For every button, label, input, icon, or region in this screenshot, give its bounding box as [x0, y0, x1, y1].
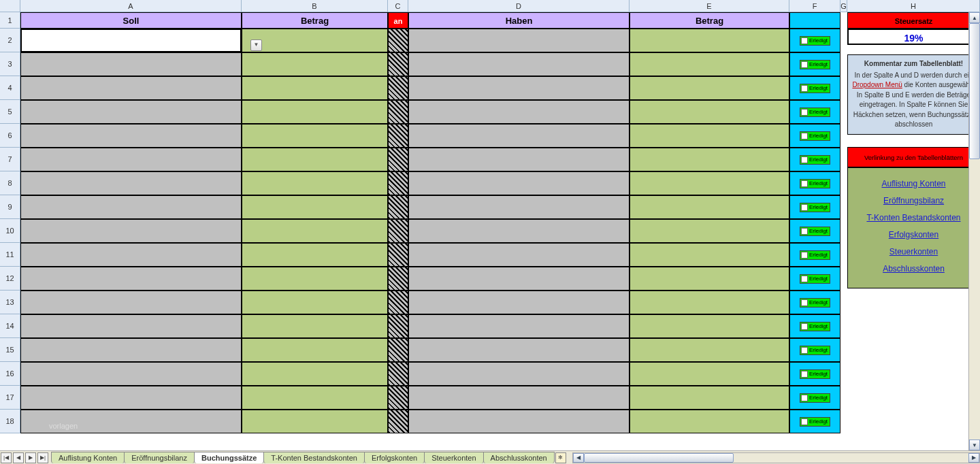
cell-soll[interactable]: [20, 219, 242, 243]
row-head[interactable]: 17: [0, 386, 20, 410]
cell-soll[interactable]: [20, 291, 242, 314]
checkbox-icon[interactable]: [801, 85, 808, 92]
sheet-tab[interactable]: Buchungssätze: [194, 452, 264, 463]
row-head[interactable]: 13: [0, 291, 20, 314]
cell-betrag-haben[interactable]: [630, 338, 789, 362]
cell-haben[interactable]: [408, 29, 630, 52]
cell-betrag-haben[interactable]: [630, 100, 789, 124]
cell-soll[interactable]: [20, 124, 242, 148]
link-steuerkonten[interactable]: Steuerkonten: [848, 247, 979, 256]
scroll-thumb-h[interactable]: [584, 453, 734, 463]
erledigt-checkbox[interactable]: Erledigt: [800, 298, 830, 308]
link-t-konten-bestandskonten[interactable]: T-Konten Bestandskonten: [848, 213, 979, 222]
vertical-scrollbar[interactable]: ▲ ▼: [968, 12, 980, 450]
cell-haben[interactable]: [408, 148, 630, 171]
cell-betrag-soll[interactable]: [242, 338, 388, 362]
cell-soll[interactable]: [20, 29, 242, 52]
row-head[interactable]: 12: [0, 267, 20, 291]
cell-betrag-soll[interactable]: [242, 243, 388, 267]
cell-soll[interactable]: [20, 171, 242, 195]
cell-betrag-haben[interactable]: [630, 410, 789, 433]
tab-new-icon[interactable]: ✻: [555, 452, 566, 463]
checkbox-icon[interactable]: [801, 299, 808, 306]
checkbox-icon[interactable]: [801, 418, 808, 425]
erledigt-checkbox[interactable]: Erledigt: [800, 227, 830, 236]
col-head-E[interactable]: E: [630, 0, 789, 12]
scroll-left-icon[interactable]: ◀: [573, 453, 584, 463]
row-head[interactable]: 15: [0, 338, 20, 362]
cell-betrag-soll[interactable]: [242, 386, 388, 410]
tab-next-icon[interactable]: ▶: [25, 452, 36, 463]
cell-betrag-haben[interactable]: [630, 76, 789, 100]
cell-haben[interactable]: [408, 52, 630, 76]
cell-haben[interactable]: [408, 314, 630, 338]
erledigt-checkbox[interactable]: Erledigt: [800, 84, 830, 93]
checkbox-icon[interactable]: [801, 61, 808, 68]
cell-betrag-soll[interactable]: [242, 267, 388, 291]
comment-dropdown-link[interactable]: Dropdown Menü: [852, 81, 902, 88]
checkbox-icon[interactable]: [801, 347, 808, 354]
cell-soll[interactable]: [20, 386, 242, 410]
cell-betrag-soll[interactable]: [242, 291, 388, 314]
erledigt-checkbox[interactable]: Erledigt: [800, 107, 830, 117]
cell-haben[interactable]: [408, 291, 630, 314]
cell-betrag-haben[interactable]: [630, 52, 789, 76]
cell-soll[interactable]: [20, 195, 242, 219]
cell-soll[interactable]: [20, 314, 242, 338]
select-all-corner[interactable]: [0, 0, 20, 12]
cell-haben[interactable]: [408, 76, 630, 100]
cell-haben[interactable]: [408, 124, 630, 148]
tab-prev-icon[interactable]: ◀: [13, 452, 24, 463]
checkbox-icon[interactable]: [801, 156, 808, 163]
col-head-F[interactable]: F: [789, 0, 840, 12]
cell-betrag-soll[interactable]: [242, 100, 388, 124]
erledigt-checkbox[interactable]: Erledigt: [800, 36, 830, 46]
row-head[interactable]: 8: [0, 171, 20, 195]
cell-soll[interactable]: [20, 410, 242, 433]
cell-haben[interactable]: [408, 386, 630, 410]
cell-betrag-haben[interactable]: [630, 219, 789, 243]
checkbox-icon[interactable]: [801, 37, 808, 44]
row-head[interactable]: 5: [0, 100, 20, 124]
row-head[interactable]: 2: [0, 29, 20, 52]
col-head-B[interactable]: B: [242, 0, 388, 12]
checkbox-icon[interactable]: [801, 371, 808, 378]
row-head[interactable]: 14: [0, 314, 20, 338]
tab-last-icon[interactable]: ▶|: [37, 452, 48, 463]
steuersatz-value[interactable]: 19%: [847, 29, 980, 45]
cell-haben[interactable]: [408, 362, 630, 386]
cell-betrag-haben[interactable]: [630, 124, 789, 148]
erledigt-checkbox[interactable]: Erledigt: [800, 203, 830, 212]
checkbox-icon[interactable]: [801, 395, 808, 401]
link-erfolgskonten[interactable]: Erfolgskonten: [848, 230, 979, 239]
col-head-A[interactable]: A: [20, 0, 242, 12]
cell-soll[interactable]: [20, 148, 242, 171]
row-head[interactable]: 18: [0, 410, 20, 433]
checkbox-icon[interactable]: [801, 204, 808, 211]
row-head[interactable]: 3: [0, 52, 20, 76]
cell-betrag-haben[interactable]: [630, 195, 789, 219]
cell-betrag-soll[interactable]: [242, 362, 388, 386]
row-head[interactable]: 10: [0, 219, 20, 243]
cell-betrag-haben[interactable]: [630, 29, 789, 52]
cell-haben[interactable]: [408, 267, 630, 291]
row-head[interactable]: 16: [0, 362, 20, 386]
cell-betrag-soll[interactable]: [242, 195, 388, 219]
cell-betrag-soll[interactable]: [242, 314, 388, 338]
erledigt-checkbox[interactable]: Erledigt: [800, 179, 830, 188]
cell-betrag-soll[interactable]: [242, 52, 388, 76]
row-head[interactable]: 9: [0, 195, 20, 219]
cell-betrag-haben[interactable]: [630, 171, 789, 195]
erledigt-checkbox[interactable]: Erledigt: [800, 417, 830, 427]
cell-betrag-haben[interactable]: [630, 291, 789, 314]
cell-betrag-soll[interactable]: [242, 124, 388, 148]
cell-haben[interactable]: [408, 171, 630, 195]
erledigt-checkbox[interactable]: Erledigt: [800, 322, 830, 331]
cell-betrag-soll[interactable]: [242, 148, 388, 171]
checkbox-icon[interactable]: [801, 180, 808, 187]
scroll-down-icon[interactable]: ▼: [969, 440, 980, 450]
cell-betrag-haben[interactable]: [630, 243, 789, 267]
erledigt-checkbox[interactable]: Erledigt: [800, 346, 830, 355]
tab-first-icon[interactable]: |◀: [1, 452, 12, 463]
scroll-up-icon[interactable]: ▲: [969, 12, 980, 23]
